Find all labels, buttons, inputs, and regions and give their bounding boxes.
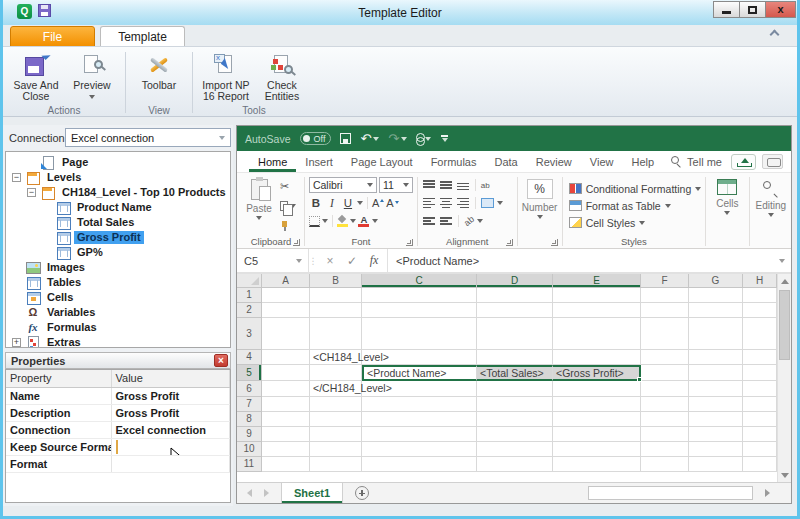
cell-G4[interactable] bbox=[689, 350, 743, 365]
column-header-C[interactable]: C bbox=[362, 274, 477, 288]
cell-styles-button[interactable]: Cell Styles bbox=[567, 214, 702, 231]
decrease-indent-button[interactable] bbox=[422, 215, 436, 227]
cell-D10[interactable] bbox=[477, 442, 553, 457]
property-value[interactable] bbox=[111, 438, 229, 455]
cell-E1[interactable] bbox=[553, 288, 641, 303]
cell-H2[interactable] bbox=[743, 303, 777, 318]
column-header-E[interactable]: E bbox=[553, 274, 641, 288]
tree-item-gp[interactable]: GP% bbox=[6, 245, 230, 260]
tree-item-images[interactable]: Images bbox=[6, 260, 230, 275]
cell-H6[interactable] bbox=[743, 381, 777, 397]
column-header-H[interactable]: H bbox=[743, 274, 777, 288]
vertical-scrollbar[interactable] bbox=[777, 274, 791, 482]
cell-B6[interactable]: </CH184_Level> bbox=[310, 381, 362, 397]
cell-D5[interactable]: <Total Sales> bbox=[477, 365, 553, 381]
formula-bar-grip[interactable]: ⋮ bbox=[309, 249, 317, 272]
cell-F7[interactable] bbox=[641, 397, 689, 412]
tree-item-gross-profit[interactable]: Gross Profit bbox=[6, 230, 230, 245]
undo-button[interactable]: ↶ bbox=[360, 132, 379, 145]
cell-A11[interactable] bbox=[262, 457, 310, 472]
minus-expander-icon[interactable]: − bbox=[12, 173, 21, 182]
cell-E2[interactable] bbox=[553, 303, 641, 318]
italic-button[interactable]: I bbox=[325, 197, 339, 209]
scroll-down-button[interactable] bbox=[778, 468, 791, 482]
cell-A6[interactable] bbox=[262, 381, 310, 397]
close-button[interactable]: x bbox=[765, 1, 796, 18]
number-dialog-launcher[interactable] bbox=[551, 239, 558, 246]
cell-H3[interactable] bbox=[743, 318, 777, 350]
redo-button[interactable]: ↷ bbox=[388, 132, 407, 145]
comments-button[interactable] bbox=[762, 154, 783, 169]
minimize-button[interactable] bbox=[713, 1, 740, 18]
cell-D4[interactable] bbox=[477, 350, 553, 365]
row-header-10[interactable]: 10 bbox=[237, 442, 262, 457]
cell-E8[interactable] bbox=[553, 412, 641, 427]
tree-item-tables[interactable]: Tables bbox=[6, 275, 230, 290]
row-header-6[interactable]: 6 bbox=[237, 381, 262, 397]
cell-F11[interactable] bbox=[641, 457, 689, 472]
tell-me-button[interactable]: Tell me bbox=[663, 151, 730, 172]
cell-E6[interactable] bbox=[553, 381, 641, 397]
excel-tab-formulas[interactable]: Formulas bbox=[422, 151, 486, 172]
connection-dropdown[interactable]: Excel connection bbox=[65, 128, 231, 147]
check-entities-button[interactable]: CheckEntities bbox=[254, 49, 310, 104]
fill-handle[interactable] bbox=[637, 377, 642, 382]
preview-button[interactable]: Preview bbox=[64, 49, 120, 104]
sheet-tab-sheet1[interactable]: Sheet1 bbox=[281, 483, 343, 503]
cell-C8[interactable] bbox=[362, 412, 477, 427]
font-size-dropdown[interactable]: 11 bbox=[379, 177, 413, 193]
excel-tab-home[interactable]: Home bbox=[249, 151, 296, 172]
cell-D1[interactable] bbox=[477, 288, 553, 303]
previous-sheet-button[interactable] bbox=[247, 489, 252, 497]
cell-G2[interactable] bbox=[689, 303, 743, 318]
import-np-16-report-button[interactable]: Import NP16 Report bbox=[198, 49, 254, 104]
minus-expander-icon[interactable]: − bbox=[27, 188, 36, 197]
cell-A4[interactable] bbox=[262, 350, 310, 365]
tree-item-ch184-level-top-10-products[interactable]: −CH184_Level - Top 10 Products bbox=[6, 185, 230, 200]
cell-E11[interactable] bbox=[553, 457, 641, 472]
cancel-entry-button[interactable]: × bbox=[319, 254, 341, 268]
excel-tab-page-layout[interactable]: Page Layout bbox=[342, 151, 422, 172]
cut-button[interactable]: ✂ bbox=[280, 179, 296, 193]
bold-button[interactable]: B bbox=[309, 197, 323, 209]
cell-H9[interactable] bbox=[743, 427, 777, 442]
copy-button[interactable] bbox=[280, 199, 296, 213]
alignment-dialog-launcher[interactable] bbox=[506, 239, 513, 246]
cell-E10[interactable] bbox=[553, 442, 641, 457]
cell-G7[interactable] bbox=[689, 397, 743, 412]
cell-G3[interactable] bbox=[689, 318, 743, 350]
cell-G10[interactable] bbox=[689, 442, 743, 457]
scroll-up-button[interactable] bbox=[778, 274, 791, 288]
cell-F6[interactable] bbox=[641, 381, 689, 397]
cell-D9[interactable] bbox=[477, 427, 553, 442]
tree-item-extras[interactable]: +Extras bbox=[6, 335, 230, 348]
save-icon[interactable] bbox=[340, 133, 351, 144]
cell-F5[interactable] bbox=[641, 365, 689, 381]
cell-A10[interactable] bbox=[262, 442, 310, 457]
font-dialog-launcher[interactable] bbox=[406, 239, 413, 246]
align-middle-button[interactable] bbox=[439, 179, 453, 191]
column-header-D[interactable]: D bbox=[477, 274, 553, 288]
vertical-scroll-thumb[interactable] bbox=[779, 290, 790, 360]
cell-B7[interactable] bbox=[310, 397, 362, 412]
cell-B11[interactable] bbox=[310, 457, 362, 472]
cell-C10[interactable] bbox=[362, 442, 477, 457]
maximize-button[interactable] bbox=[739, 1, 766, 18]
cell-F8[interactable] bbox=[641, 412, 689, 427]
underline-button[interactable]: U bbox=[341, 197, 355, 209]
cell-C11[interactable] bbox=[362, 457, 477, 472]
row-header-1[interactable]: 1 bbox=[237, 288, 262, 303]
cell-F2[interactable] bbox=[641, 303, 689, 318]
horizontal-scroll-thumb[interactable] bbox=[588, 486, 753, 500]
cell-B5[interactable] bbox=[310, 365, 362, 381]
excel-tab-view[interactable]: View bbox=[581, 151, 623, 172]
cell-B2[interactable] bbox=[310, 303, 362, 318]
cell-B1[interactable] bbox=[310, 288, 362, 303]
format-as-table-button[interactable]: Format as Table bbox=[567, 197, 702, 214]
cell-D11[interactable] bbox=[477, 457, 553, 472]
row-header-2[interactable]: 2 bbox=[237, 303, 262, 318]
cell-H7[interactable] bbox=[743, 397, 777, 412]
conditional-formatting-button[interactable]: Conditional Formatting bbox=[567, 180, 702, 197]
property-value[interactable]: Excel connection bbox=[111, 421, 229, 438]
cell-B4[interactable]: <CH184_Level> bbox=[310, 350, 362, 365]
